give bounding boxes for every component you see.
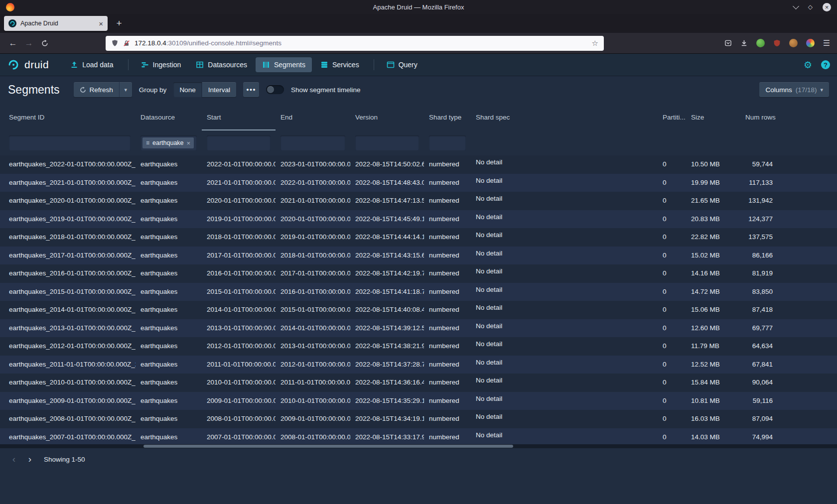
- reload-button[interactable]: [37, 36, 53, 51]
- cell-datasource: earthquakes: [136, 174, 202, 192]
- nav-item-ingestion[interactable]: Ingestion: [135, 57, 188, 72]
- filter-row: ≡ earthquake ×: [0, 130, 837, 155]
- window-minimize-icon[interactable]: [793, 3, 799, 9]
- cell-partition: 0: [658, 264, 686, 283]
- ublock-shield-icon[interactable]: [773, 39, 781, 47]
- cell-datasource: earthquakes: [136, 301, 202, 319]
- cell-partition: 0: [658, 247, 686, 265]
- refresh-dropdown-button[interactable]: ▾: [119, 82, 132, 97]
- cell-shard_spec: No detail: [471, 392, 658, 410]
- new-tab-button[interactable]: +: [112, 16, 127, 31]
- cell-size: 21.65 MB: [686, 192, 740, 210]
- nav-item-query[interactable]: Query: [380, 57, 424, 72]
- nav-item-services[interactable]: Services: [314, 57, 366, 72]
- table-row[interactable]: earthquakes_2021-01-01T00:00:00.000Z_2..…: [0, 174, 837, 192]
- column-header-partition[interactable]: Partiti...: [658, 104, 686, 130]
- column-header-version[interactable]: Version: [350, 104, 424, 130]
- cell-datasource: earthquakes: [136, 337, 202, 356]
- cell-shard_spec: No detail: [471, 356, 658, 374]
- cell-shard_type: numbered: [424, 356, 471, 374]
- columns-button[interactable]: Columns (17/18) ▾: [759, 82, 829, 97]
- browser-tab-apache-druid[interactable]: Apache Druid ×: [4, 16, 108, 31]
- table-row[interactable]: earthquakes_2014-01-01T00:00:00.000Z_2..…: [0, 301, 837, 319]
- filter-input-shard-type[interactable]: [429, 135, 466, 150]
- table-row[interactable]: earthquakes_2016-01-01T00:00:00.000Z_2..…: [0, 264, 837, 283]
- cell-version: 2022-08-15T14:39:12.5...: [350, 319, 424, 338]
- screen: Apache Druid — Mozilla Firefox ◇ × Apach…: [0, 0, 837, 504]
- table-row[interactable]: earthquakes_2009-01-01T00:00:00.000Z_2..…: [0, 392, 837, 410]
- window-close-icon[interactable]: ×: [823, 3, 831, 11]
- table-row[interactable]: earthquakes_2018-01-01T00:00:00.000Z_2..…: [0, 228, 837, 247]
- window-maximize-icon[interactable]: ◇: [808, 4, 813, 10]
- column-header-segment_id[interactable]: Segment ID: [0, 104, 136, 130]
- previous-page-button[interactable]: ‹: [7, 452, 21, 466]
- scrollbar-thumb[interactable]: [143, 445, 513, 448]
- cell-version: 2022-08-15T14:35:29.1...: [350, 392, 424, 410]
- column-header-num_rows[interactable]: Num rows: [740, 104, 780, 130]
- nav-item-datasources[interactable]: Datasources: [189, 57, 254, 72]
- tab-close-icon[interactable]: ×: [99, 20, 103, 27]
- cell-segment_id: earthquakes_2008-01-01T00:00:00.000Z_2..…: [0, 410, 136, 428]
- filter-input-datasource[interactable]: ≡ earthquake ×: [140, 135, 197, 150]
- druid-swirl-icon: [7, 58, 20, 71]
- extension-icon-green[interactable]: [756, 39, 765, 47]
- table-row[interactable]: earthquakes_2019-01-01T00:00:00.000Z_2..…: [0, 210, 837, 229]
- refresh-button[interactable]: Refresh: [74, 82, 119, 97]
- column-header-shard_type[interactable]: Shard type: [424, 104, 471, 130]
- nav-item-load-data[interactable]: Load data: [64, 57, 120, 72]
- filter-input-start[interactable]: [207, 135, 271, 150]
- filter-input-segment-id[interactable]: [9, 135, 131, 150]
- nav-item-label: Segments: [274, 61, 305, 69]
- horizontal-scrollbar[interactable]: [0, 444, 837, 448]
- table-row[interactable]: earthquakes_2007-01-01T00:00:00.000Z_2..…: [0, 428, 837, 447]
- settings-gear-icon[interactable]: ⚙: [804, 60, 812, 70]
- table-row[interactable]: earthquakes_2020-01-01T00:00:00.000Z_2..…: [0, 192, 837, 210]
- cell-end: 2021-01-01T00:00:00.0...: [276, 192, 350, 210]
- cell-shard_type: numbered: [424, 228, 471, 247]
- datasource-filter-tag[interactable]: ≡ earthquake ×: [142, 137, 194, 148]
- table-row[interactable]: earthquakes_2015-01-01T00:00:00.000Z_2..…: [0, 283, 837, 301]
- column-header-datasource[interactable]: Datasource: [136, 104, 202, 130]
- extension-icon-orange[interactable]: [789, 39, 798, 47]
- nav-item-label: Datasources: [208, 61, 247, 69]
- table-row[interactable]: earthquakes_2008-01-01T00:00:00.000Z_2..…: [0, 410, 837, 428]
- table-row[interactable]: earthquakes_2010-01-01T00:00:00.000Z_2..…: [0, 374, 837, 392]
- url-bar[interactable]: 172.18.0.4:30109/unified-console.html#se…: [106, 36, 604, 51]
- filter-input-end[interactable]: [280, 135, 345, 150]
- insecure-lock-icon[interactable]: [123, 40, 130, 47]
- column-header-shard_spec[interactable]: Shard spec: [471, 104, 658, 130]
- url-text: 172.18.0.4:30109/unified-console.html#se…: [135, 39, 281, 47]
- browser-toolbar: ← → 172.18.0.4:30109/unified-console.htm…: [0, 33, 837, 54]
- cell-start: 2014-01-01T00:00:00.0...: [202, 301, 276, 319]
- downloads-icon[interactable]: [740, 39, 748, 47]
- table-row[interactable]: earthquakes_2022-01-01T00:00:00.000Z_2..…: [0, 155, 837, 174]
- menu-icon[interactable]: ☰: [823, 38, 830, 48]
- remove-filter-icon[interactable]: ×: [187, 139, 191, 147]
- cell-partition: 0: [658, 283, 686, 301]
- back-button[interactable]: ←: [5, 36, 21, 51]
- filter-input-version[interactable]: [355, 135, 419, 150]
- cell-partition: 0: [658, 301, 686, 319]
- more-options-button[interactable]: ●●●: [243, 82, 259, 97]
- table-row[interactable]: earthquakes_2013-01-01T00:00:00.000Z_2..…: [0, 319, 837, 338]
- group-by-none-button[interactable]: None: [173, 82, 201, 97]
- table-row[interactable]: earthquakes_2017-01-01T00:00:00.000Z_2..…: [0, 247, 837, 265]
- cell-version: 2022-08-15T14:44:14.1...: [350, 228, 424, 247]
- group-by-interval-button[interactable]: Interval: [202, 82, 236, 97]
- table-row[interactable]: earthquakes_2011-01-01T00:00:00.000Z_2..…: [0, 356, 837, 374]
- segment-timeline-toggle[interactable]: [266, 85, 284, 94]
- table-row[interactable]: earthquakes_2012-01-01T00:00:00.000Z_2..…: [0, 337, 837, 356]
- help-icon[interactable]: ?: [821, 60, 830, 69]
- extension-icon-colorful[interactable]: [806, 39, 815, 47]
- tracking-protection-shield-icon[interactable]: [111, 39, 119, 47]
- bookmark-star-icon[interactable]: ☆: [592, 39, 598, 48]
- save-to-pocket-icon[interactable]: [724, 39, 732, 47]
- column-header-start[interactable]: Start: [202, 104, 276, 130]
- column-header-end[interactable]: End: [276, 104, 350, 130]
- next-page-button[interactable]: ›: [23, 452, 37, 466]
- cell-num_rows: 86,166: [740, 247, 780, 265]
- nav-item-segments[interactable]: Segments: [256, 57, 312, 72]
- forward-button[interactable]: →: [21, 36, 37, 51]
- druid-logo[interactable]: druid: [7, 58, 49, 71]
- column-header-size[interactable]: Size: [686, 104, 740, 130]
